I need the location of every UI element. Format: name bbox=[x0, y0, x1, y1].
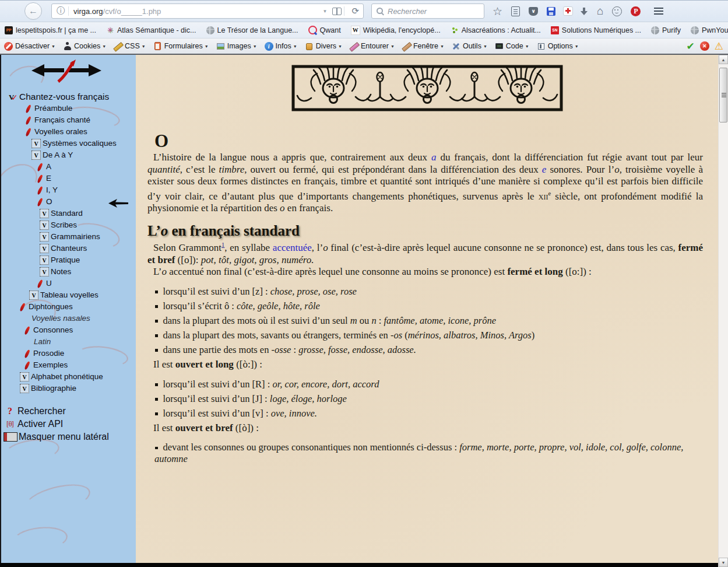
sidebar-tree-item[interactable]: E bbox=[3, 173, 136, 184]
sidebar-tree-item[interactable]: Grammairiens bbox=[3, 231, 136, 243]
sidebar-tree-item[interactable]: Alphabet phonétique bbox=[3, 371, 136, 383]
sidebar-tree-item[interactable]: Voyelles orales bbox=[3, 126, 136, 138]
sidebar-tree-item[interactable]: Consonnes bbox=[3, 324, 136, 336]
sidebar-tree-item[interactable]: U bbox=[3, 278, 136, 289]
sidebar-tree-item[interactable]: I, Y bbox=[3, 184, 136, 196]
dropdown-caret-icon bbox=[483, 44, 487, 48]
scroll-up-icon[interactable] bbox=[719, 55, 728, 64]
tree-item-icon bbox=[35, 197, 44, 206]
bookmark-star-icon[interactable] bbox=[493, 5, 502, 18]
sidebar-tree-item[interactable]: Chantez-vous français bbox=[3, 91, 136, 103]
bookmark-item[interactable]: PwnYouTube bbox=[691, 26, 728, 34]
bookmark-item[interactable]: Solutions Numériques ... bbox=[551, 26, 641, 34]
devbar-menu-item[interactable]: Désactiver bbox=[4, 42, 55, 51]
list-item: dans la plupart des mots où il est suivi… bbox=[154, 315, 703, 327]
tree-item-icon bbox=[31, 139, 41, 148]
bookmark-item[interactable]: Wikipédia, l'encyclopé... bbox=[351, 26, 441, 35]
reader-mode-icon[interactable] bbox=[332, 8, 342, 15]
bookmark-icon bbox=[551, 26, 559, 34]
tree-item-icon bbox=[28, 314, 30, 323]
sidebar-tree-item[interactable]: Pratique bbox=[3, 254, 136, 266]
downloads-icon[interactable] bbox=[581, 7, 588, 16]
url-bar[interactable]: virga.org /cvf/o_____1.php bbox=[51, 4, 364, 19]
devbar-menu-item[interactable]: CSS bbox=[114, 42, 146, 51]
sidebar-tree-item[interactable]: Préambule bbox=[3, 103, 136, 114]
sidebar-tree-item[interactable]: Français chanté bbox=[3, 114, 136, 126]
bookmark-item[interactable]: lespetitspois.fr | ça me ... bbox=[5, 26, 96, 34]
bookmark-item[interactable]: Qwant bbox=[308, 26, 341, 34]
bookmark-icon bbox=[106, 26, 114, 34]
sidebar-tree-item[interactable]: Bibliographie bbox=[3, 383, 136, 394]
devbar-menu-item[interactable]: Infos bbox=[265, 42, 297, 51]
devbar-menu-item[interactable]: Cookies bbox=[63, 42, 106, 51]
dropdown-caret-icon bbox=[525, 44, 529, 48]
pinterest-icon[interactable] bbox=[631, 6, 641, 16]
bookmark-icon bbox=[308, 26, 317, 34]
sidebar-tree-item[interactable]: Voyelles nasales bbox=[3, 313, 136, 324]
bookmark-item[interactable]: Atlas Sémantique - dic... bbox=[106, 26, 196, 34]
sidebar-tree-item[interactable]: Chanteurs bbox=[3, 243, 136, 254]
warnings-icon[interactable] bbox=[715, 40, 723, 52]
bookmark-item[interactable]: Alsacréations : Actualit... bbox=[451, 26, 541, 34]
bullet-icon bbox=[155, 398, 158, 401]
sidebar-tree-item[interactable]: Systèmes vocaliques bbox=[3, 138, 136, 149]
devbar-icon bbox=[114, 42, 122, 51]
prev-next-arrows-icon[interactable] bbox=[30, 60, 103, 83]
sidebar-footer-item[interactable]: Rechercher bbox=[3, 405, 136, 418]
sidebar-footer-item[interactable]: Activer API bbox=[3, 418, 136, 430]
bookmark-item[interactable]: Le Trésor de la Langue... bbox=[206, 26, 298, 34]
scroll-down-icon[interactable] bbox=[719, 558, 728, 567]
save-page-icon[interactable] bbox=[547, 7, 555, 16]
search-bar[interactable] bbox=[371, 4, 484, 19]
sidebar-tree-item[interactable]: De A à Y bbox=[3, 149, 136, 161]
tree-item-icon bbox=[20, 384, 29, 393]
tree-item-icon bbox=[35, 174, 44, 183]
divider bbox=[344, 6, 344, 16]
back-button[interactable] bbox=[24, 2, 42, 20]
tree-item-icon bbox=[8, 92, 17, 102]
sidebar-tree-item[interactable]: Standard bbox=[3, 208, 136, 219]
vertical-scrollbar[interactable] bbox=[718, 55, 728, 567]
sidebar-footer-item[interactable]: Masquer menu latéral bbox=[3, 430, 136, 443]
devbar-menu-item[interactable]: Divers bbox=[305, 42, 342, 51]
devbar-menu-item[interactable]: Formulaires bbox=[153, 42, 209, 51]
sidebar-tree-item[interactable]: Latin bbox=[3, 336, 136, 348]
devbar-menu-item[interactable]: Entourer bbox=[350, 42, 395, 51]
reload-icon[interactable] bbox=[351, 6, 359, 16]
tree-item-label: Tableau voyelles bbox=[40, 289, 99, 301]
devbar-menu-item[interactable]: Fenêtre bbox=[402, 42, 444, 51]
sidebar-tree-item[interactable]: A bbox=[3, 161, 136, 173]
url-dropdown-icon[interactable] bbox=[323, 9, 328, 14]
tree-item-icon bbox=[35, 162, 44, 172]
devbar-icon bbox=[350, 42, 358, 51]
feedback-smiley-icon[interactable] bbox=[612, 6, 622, 16]
sidebar-tree-item[interactable]: Tableau voyelles bbox=[3, 289, 136, 301]
devbar-icon bbox=[495, 42, 504, 51]
devbar-menu-item[interactable]: Images bbox=[216, 42, 257, 51]
pocket-icon[interactable] bbox=[529, 7, 538, 16]
sidebar-tree-item[interactable]: Scribes bbox=[3, 219, 136, 231]
paragraph-intro: L’histoire de la langue nous a appris qu… bbox=[147, 152, 703, 215]
sidebar-tree-item[interactable]: Prosodie bbox=[3, 348, 136, 359]
scrollbar-thumb[interactable] bbox=[719, 68, 727, 123]
sidebar-tree-item[interactable]: Notes bbox=[3, 266, 136, 278]
dropdown-caret-icon bbox=[51, 44, 55, 48]
menu-hamburger-icon[interactable] bbox=[654, 8, 663, 15]
devbar-menu-item[interactable]: Outils bbox=[452, 42, 487, 51]
reading-list-icon[interactable] bbox=[511, 6, 520, 16]
devbar-label: Entourer bbox=[361, 42, 389, 50]
validation-ok-icon[interactable] bbox=[687, 40, 695, 52]
home-icon[interactable] bbox=[597, 5, 603, 18]
site-info-icon[interactable] bbox=[57, 6, 65, 16]
devbar-menu-item[interactable]: Code bbox=[495, 42, 529, 51]
devbar-menu-item[interactable]: Options bbox=[537, 42, 579, 51]
sidebar-tree-item[interactable]: Exemples bbox=[3, 359, 136, 371]
medkit-addon-icon[interactable] bbox=[563, 6, 573, 16]
dropdown-caret-icon bbox=[391, 44, 395, 48]
sidebar-tree-item[interactable]: Diphtongues bbox=[3, 301, 136, 313]
errors-icon[interactable] bbox=[700, 41, 709, 51]
devbar-label: Outils bbox=[463, 42, 481, 50]
sidebar-menu: Chantez-vous français Préambule Français… bbox=[0, 55, 136, 567]
search-input[interactable] bbox=[386, 6, 484, 16]
bookmark-item[interactable]: Purify bbox=[651, 26, 681, 34]
